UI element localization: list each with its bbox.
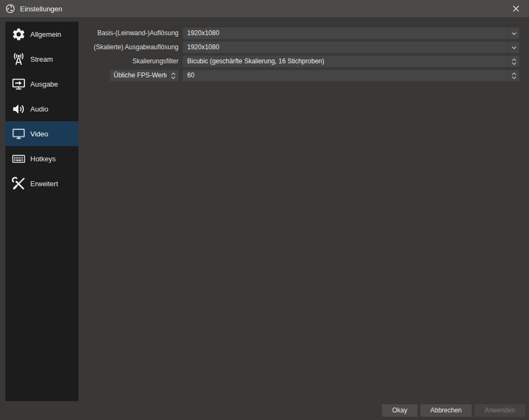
window-title: Einstellungen <box>20 5 62 13</box>
okay-button[interactable]: Okay <box>382 404 418 417</box>
sidebar-item-label: Erweitert <box>30 180 58 188</box>
chevron-updown-icon[interactable] <box>508 56 519 67</box>
form-row-scale-filter: Skalierungsfilter Bicubic (geschärfte Sk… <box>0 56 529 67</box>
chevron-down-icon[interactable] <box>508 28 519 39</box>
sidebar-item-audio[interactable]: Audio <box>5 96 78 121</box>
fps-type-combobox[interactable]: Übliche FPS-Werte <box>110 70 178 81</box>
fps-value-combobox[interactable]: 60 <box>183 70 519 81</box>
sidebar-item-erweitert[interactable]: Erweitert <box>5 171 78 196</box>
crossed-tools-icon <box>10 175 27 192</box>
abbrechen-button[interactable]: Abbrechen <box>420 404 472 417</box>
chevron-down-icon[interactable] <box>508 42 519 53</box>
chevron-updown-icon[interactable] <box>168 70 178 81</box>
combobox-value: Bicubic (geschärfte Skalierung, 16 Stich… <box>187 56 507 67</box>
sidebar-item-video[interactable]: Video <box>5 121 78 146</box>
form-row-output-resolution: (Skalierte) Ausgabeauflösung 1920x1080 <box>0 42 529 53</box>
form-row-base-resolution: Basis-(Leinwand-)Auflösung 1920x1080 <box>0 28 529 39</box>
output-resolution-label: (Skalierte) Ausgabeauflösung <box>0 42 178 53</box>
close-button[interactable] <box>506 0 526 17</box>
close-icon <box>512 5 520 12</box>
base-resolution-combobox[interactable]: 1920x1080 <box>183 28 519 39</box>
sidebar-item-label: Audio <box>30 105 48 113</box>
output-resolution-combobox[interactable]: 1920x1080 <box>183 42 519 53</box>
scale-filter-label: Skalierungsfilter <box>0 56 178 67</box>
sidebar-item-label: Video <box>30 130 48 138</box>
combobox-value: 1920x1080 <box>187 28 507 39</box>
speaker-icon <box>10 101 27 117</box>
sidebar-item-hotkeys[interactable]: Hotkeys <box>5 146 78 171</box>
form-row-fps: Übliche FPS-Werte 60 <box>0 70 529 81</box>
monitor-icon <box>10 126 27 142</box>
combobox-value: 1920x1080 <box>187 42 507 53</box>
footer-buttons: Okay Abbrechen Anwenden <box>382 404 525 417</box>
chevron-updown-icon[interactable] <box>508 70 519 81</box>
base-resolution-label: Basis-(Leinwand-)Auflösung <box>0 28 178 39</box>
combobox-value: Übliche FPS-Werte <box>114 70 167 81</box>
obs-logo-icon <box>5 3 16 14</box>
anwenden-button: Anwenden <box>474 404 525 417</box>
combobox-value: 60 <box>187 70 507 81</box>
scale-filter-combobox[interactable]: Bicubic (geschärfte Skalierung, 16 Stich… <box>183 56 519 67</box>
sidebar-item-label: Hotkeys <box>30 155 56 163</box>
titlebar: Einstellungen <box>0 0 529 18</box>
keyboard-icon <box>10 150 27 167</box>
